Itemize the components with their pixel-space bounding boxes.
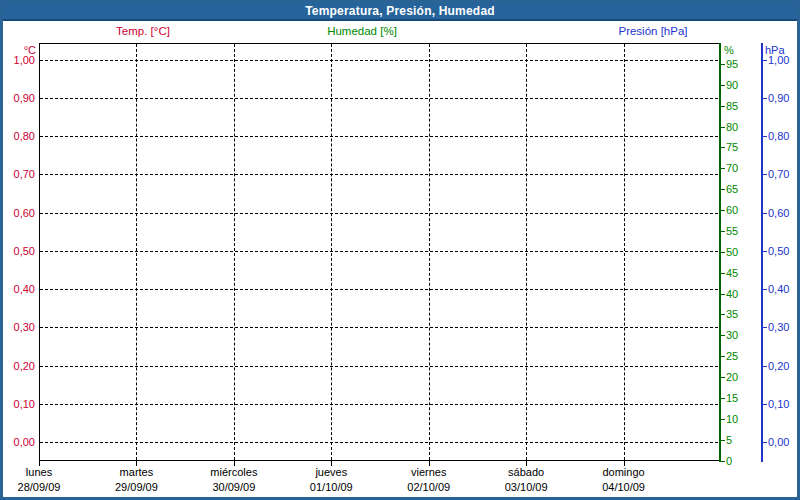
humidity-axis-unit: % xyxy=(724,44,734,57)
legend-temperature: Temp. [°C] xyxy=(116,25,170,37)
humidity-axis-tick xyxy=(721,127,725,128)
x-axis-day-name: lunes xyxy=(0,466,94,478)
humidity-axis-tick xyxy=(721,168,725,169)
x-axis-day-date: 03/10/09 xyxy=(471,481,581,493)
pressure-axis-tick-label: 0,90 xyxy=(768,92,789,104)
chart-title-bar: Temperatura, Presión, Humedad xyxy=(3,3,797,21)
left-axis-tick-label: 0,80 xyxy=(0,130,35,142)
humidity-axis-tick-label: 15 xyxy=(726,392,738,404)
pressure-axis-tick xyxy=(763,404,767,405)
humidity-axis-tick xyxy=(721,147,725,148)
h-gridline xyxy=(40,174,718,175)
pressure-axis-line xyxy=(761,43,763,462)
left-axis-tick-label: 1,00 xyxy=(0,54,35,66)
pressure-axis-tick xyxy=(763,213,767,214)
x-axis-day-date: 29/09/09 xyxy=(81,481,191,493)
x-axis-day-name: martes xyxy=(81,466,191,478)
humidity-axis-tick xyxy=(721,335,725,336)
pressure-axis-tick xyxy=(763,174,767,175)
humidity-axis-tick xyxy=(721,252,725,253)
pressure-axis-tick-label: 0,00 xyxy=(768,436,789,448)
h-gridline xyxy=(40,98,718,99)
v-gridline xyxy=(234,44,235,460)
legend-pressure: Presión [hPa] xyxy=(618,25,687,37)
humidity-axis-tick xyxy=(721,440,725,441)
humidity-axis-tick-label: 25 xyxy=(726,350,738,362)
pressure-axis-tick xyxy=(763,136,767,137)
x-axis-day-date: 28/09/09 xyxy=(0,481,94,493)
pressure-axis-tick-label: 0,80 xyxy=(768,130,789,142)
x-axis-day-date: 30/09/09 xyxy=(179,481,289,493)
h-gridline xyxy=(40,442,718,443)
left-axis-tick-label: 0,50 xyxy=(0,245,35,257)
humidity-axis-tick xyxy=(721,64,725,65)
pressure-axis-tick xyxy=(763,60,767,61)
x-axis-day-date: 04/10/09 xyxy=(569,481,679,493)
pressure-axis-tick-label: 0,60 xyxy=(768,207,789,219)
left-axis-tick-label: 0,00 xyxy=(0,436,35,448)
v-gridline xyxy=(136,44,137,460)
humidity-axis-tick-label: 35 xyxy=(726,308,738,320)
humidity-axis-tick xyxy=(721,461,725,462)
humidity-axis-tick xyxy=(721,294,725,295)
pressure-axis-tick xyxy=(763,289,767,290)
pressure-axis-tick-label: 0,70 xyxy=(768,168,789,180)
pressure-axis-tick xyxy=(763,251,767,252)
humidity-axis-tick xyxy=(721,356,725,357)
left-axis-tick-label: 0,60 xyxy=(0,207,35,219)
x-axis-day-date: 01/10/09 xyxy=(276,481,386,493)
humidity-axis-tick-label: 60 xyxy=(726,204,738,216)
humidity-axis-tick xyxy=(721,419,725,420)
x-axis-day-date: 02/10/09 xyxy=(374,481,484,493)
humidity-axis-tick xyxy=(721,210,725,211)
weather-chart-widget: Temperatura, Presión, Humedad Temp. [°C]… xyxy=(0,0,800,500)
v-gridline xyxy=(624,44,625,460)
legend-humidity: Humedad [%] xyxy=(327,25,397,37)
humidity-axis-tick-label: 30 xyxy=(726,329,738,341)
x-axis-day-name: viernes xyxy=(374,466,484,478)
humidity-axis-tick xyxy=(721,273,725,274)
humidity-axis-tick-label: 85 xyxy=(726,100,738,112)
h-gridline xyxy=(40,213,718,214)
pressure-axis-tick-label: 0,50 xyxy=(768,245,789,257)
humidity-axis-tick-label: 45 xyxy=(726,267,738,279)
humidity-axis-tick xyxy=(721,231,725,232)
humidity-axis-tick-label: 40 xyxy=(726,288,738,300)
x-axis-day-name: miércoles xyxy=(179,466,289,478)
humidity-axis-tick xyxy=(721,106,725,107)
pressure-axis-tick-label: 0,40 xyxy=(768,283,789,295)
pressure-axis-tick-label: 1,00 xyxy=(768,54,789,66)
pressure-axis-tick xyxy=(763,327,767,328)
humidity-axis-tick xyxy=(721,314,725,315)
pressure-axis-tick xyxy=(763,98,767,99)
x-axis-day-name: jueves xyxy=(276,466,386,478)
humidity-axis-tick-label: 65 xyxy=(726,183,738,195)
left-axis-tick-label: 0,90 xyxy=(0,92,35,104)
humidity-axis-tick-label: 75 xyxy=(726,141,738,153)
humidity-axis-tick xyxy=(721,189,725,190)
left-axis-tick-label: 0,10 xyxy=(0,398,35,410)
humidity-axis-tick xyxy=(721,377,725,378)
h-gridline xyxy=(40,251,718,252)
left-axis-tick-label: 0,30 xyxy=(0,321,35,333)
h-gridline xyxy=(40,404,718,405)
h-gridline xyxy=(40,366,718,367)
humidity-axis-tick-label: 5 xyxy=(726,434,732,446)
pressure-axis-tick-label: 0,20 xyxy=(768,360,789,372)
v-gridline xyxy=(331,44,332,460)
humidity-axis-tick-label: 0 xyxy=(726,455,732,467)
humidity-axis-tick-label: 50 xyxy=(726,246,738,258)
humidity-axis-tick xyxy=(721,398,725,399)
pressure-axis-tick xyxy=(763,366,767,367)
pressure-axis-tick-label: 0,30 xyxy=(768,321,789,333)
h-gridline xyxy=(40,60,718,61)
plot-area xyxy=(39,43,719,461)
humidity-axis-tick-label: 80 xyxy=(726,121,738,133)
humidity-axis-tick-label: 95 xyxy=(726,58,738,70)
v-gridline xyxy=(526,44,527,460)
humidity-axis-tick-label: 55 xyxy=(726,225,738,237)
h-gridline xyxy=(40,136,718,137)
left-axis-tick-label: 0,70 xyxy=(0,168,35,180)
pressure-axis-tick xyxy=(763,442,767,443)
v-gridline xyxy=(429,44,430,460)
